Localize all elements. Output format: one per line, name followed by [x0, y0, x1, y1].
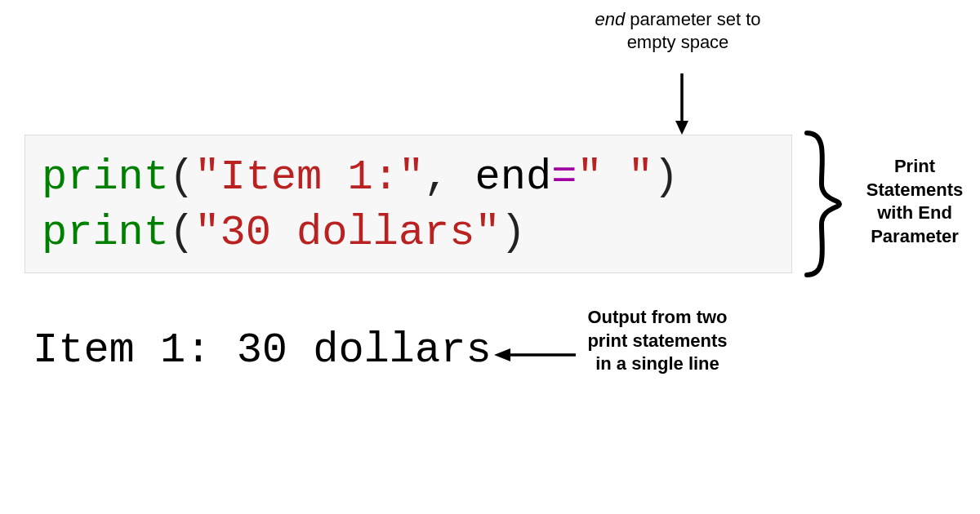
code-string-30dollars: "30 dollars" [194, 209, 500, 257]
code-fn-print-2: print [42, 209, 169, 257]
annotation-print-statements: Print Statements with End Parameter [853, 155, 976, 248]
code-eq: = [551, 153, 577, 202]
svg-marker-1 [675, 121, 688, 135]
code-kw-end: end [475, 153, 552, 202]
diagram-canvas: end parameter set to empty space print("… [0, 0, 980, 514]
code-fn-print-1: print [42, 153, 169, 202]
output-text: Item 1: 30 dollars [33, 326, 492, 374]
arrow-left-icon [494, 347, 576, 363]
annotation-end-parameter: end parameter set to empty space [588, 8, 768, 53]
code-paren-open-2: ( [169, 209, 194, 257]
code-string-item1: "Item 1:" [194, 153, 424, 202]
annotation-output: Output from two print statements in a si… [580, 306, 735, 376]
curly-brace-icon [799, 126, 848, 281]
code-paren-close-1: ) [653, 153, 679, 202]
code-string-endval: " " [577, 153, 653, 202]
code-sep-1: , [424, 153, 474, 202]
code-paren-open-1: ( [169, 153, 194, 202]
arrow-down-icon [674, 73, 690, 135]
annotation-end-em: end [595, 9, 625, 29]
code-paren-close-2: ) [501, 209, 526, 257]
code-block: print("Item 1:", end=" ") print("30 doll… [24, 135, 792, 273]
annotation-end-rest: parameter set to empty space [625, 9, 760, 52]
svg-marker-3 [494, 348, 510, 361]
